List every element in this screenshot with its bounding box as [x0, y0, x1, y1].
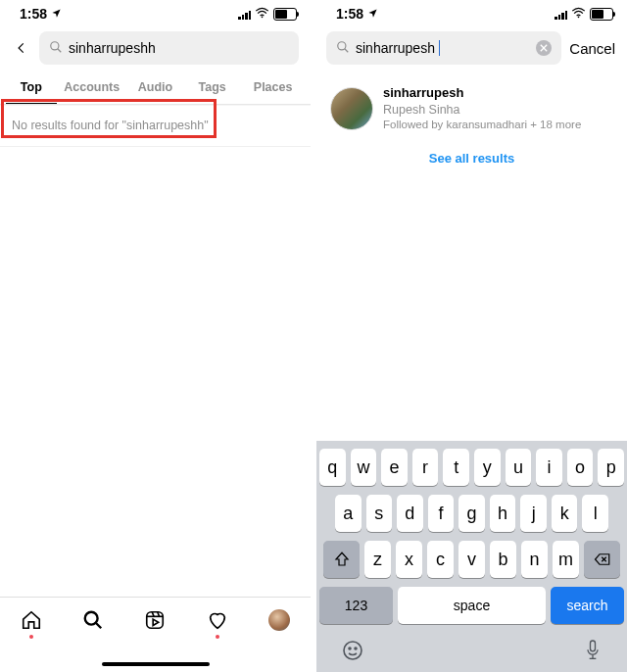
- location-icon: [51, 8, 62, 21]
- nav-search[interactable]: [80, 607, 106, 633]
- back-button[interactable]: [12, 38, 31, 58]
- avatar: [330, 87, 373, 130]
- search-text: sinharrupesh: [356, 40, 435, 56]
- nav-profile[interactable]: [266, 607, 292, 633]
- status-bar: 1:58: [316, 0, 627, 24]
- emoji-button[interactable]: [341, 639, 364, 667]
- svg-line-2: [58, 48, 62, 52]
- svg-point-10: [578, 16, 580, 18]
- key-space[interactable]: space: [398, 587, 546, 624]
- svg-point-11: [338, 41, 346, 49]
- key-x[interactable]: x: [396, 541, 422, 578]
- svg-point-3: [85, 612, 98, 625]
- search-input[interactable]: sinharrupeshh: [39, 31, 299, 65]
- key-c[interactable]: c: [427, 541, 454, 578]
- svg-line-12: [345, 48, 349, 52]
- key-g[interactable]: g: [458, 495, 485, 532]
- wifi-icon: [571, 7, 586, 22]
- search-input[interactable]: sinharrupesh: [326, 31, 561, 65]
- key-d[interactable]: d: [397, 495, 423, 532]
- kbd-row4: 123 space search: [319, 587, 624, 624]
- key-k[interactable]: k: [552, 495, 578, 532]
- key-123[interactable]: 123: [319, 587, 393, 624]
- svg-marker-9: [154, 619, 160, 625]
- battery-icon: [590, 8, 613, 21]
- svg-point-0: [262, 16, 264, 18]
- see-all-link[interactable]: See all results: [316, 139, 627, 177]
- svg-line-4: [96, 623, 102, 629]
- notification-dot: [29, 635, 33, 639]
- key-b[interactable]: b: [490, 541, 516, 578]
- kbd-row2: a s d f g h j k l: [319, 495, 624, 532]
- key-a[interactable]: a: [335, 495, 362, 532]
- nav-home[interactable]: [19, 607, 44, 633]
- key-p[interactable]: p: [598, 449, 624, 486]
- key-j[interactable]: j: [520, 495, 547, 532]
- svg-rect-20: [591, 641, 596, 651]
- result-row[interactable]: sinharrupesh Rupesh Sinha Followed by ka…: [316, 78, 627, 139]
- phone-right: 1:58 sinharrupesh: [316, 0, 627, 672]
- key-q[interactable]: q: [319, 449, 346, 486]
- status-time: 1:58: [336, 6, 363, 22]
- clear-button[interactable]: [536, 40, 552, 56]
- key-v[interactable]: v: [458, 541, 485, 578]
- result-fullname: Rupesh Sinha: [383, 102, 581, 119]
- cellular-icon: [555, 9, 567, 20]
- wifi-icon: [255, 7, 269, 22]
- key-s[interactable]: s: [366, 495, 393, 532]
- search-header: sinharrupeshh: [0, 24, 311, 72]
- kbd-row3: z x c v b n m: [319, 541, 624, 578]
- cellular-icon: [238, 9, 251, 20]
- status-bar: 1:58: [0, 0, 311, 24]
- key-m[interactable]: m: [553, 541, 579, 578]
- key-e[interactable]: e: [381, 449, 408, 486]
- nav-reels[interactable]: [142, 607, 168, 633]
- annotation-highlight: [1, 99, 217, 138]
- phone-left: 1:58 sinharrupeshh: [0, 0, 314, 672]
- key-u[interactable]: u: [506, 449, 532, 486]
- key-w[interactable]: w: [351, 449, 377, 486]
- key-z[interactable]: z: [364, 541, 391, 578]
- avatar: [268, 609, 290, 631]
- svg-point-1: [51, 41, 59, 49]
- notification-dot: [216, 635, 219, 639]
- key-r[interactable]: r: [412, 449, 439, 486]
- battery-icon: [273, 8, 297, 21]
- key-t[interactable]: t: [443, 449, 469, 486]
- key-y[interactable]: y: [474, 449, 501, 486]
- status-time: 1:58: [20, 6, 47, 22]
- kbd-row1: q w e r t y u i o p: [319, 449, 624, 486]
- search-icon: [49, 40, 63, 57]
- key-o[interactable]: o: [567, 449, 594, 486]
- key-search[interactable]: search: [551, 587, 624, 624]
- search-icon: [336, 40, 350, 57]
- bottom-nav: [0, 597, 311, 672]
- key-h[interactable]: h: [490, 495, 516, 532]
- result-followed: Followed by karansumadhari + 18 more: [383, 118, 581, 133]
- key-f[interactable]: f: [428, 495, 455, 532]
- svg-point-19: [355, 648, 357, 649]
- search-header: sinharrupesh Cancel: [316, 24, 627, 72]
- search-text: sinharrupeshh: [69, 40, 156, 56]
- key-shift[interactable]: [323, 541, 360, 578]
- key-backspace[interactable]: [584, 541, 620, 578]
- home-indicator: [102, 662, 210, 666]
- result-username: sinharrupesh: [383, 84, 581, 102]
- key-n[interactable]: n: [521, 541, 548, 578]
- key-l[interactable]: l: [582, 495, 608, 532]
- nav-activity[interactable]: [205, 607, 230, 633]
- tab-places[interactable]: Places: [241, 72, 305, 104]
- svg-point-17: [344, 642, 362, 659]
- text-cursor: [439, 40, 441, 56]
- key-i[interactable]: i: [536, 449, 562, 486]
- cancel-button[interactable]: Cancel: [569, 40, 615, 57]
- mic-button[interactable]: [583, 639, 603, 667]
- keyboard: q w e r t y u i o p a s d f g h j k l: [316, 441, 627, 672]
- svg-point-18: [349, 648, 351, 649]
- location-icon: [367, 8, 378, 21]
